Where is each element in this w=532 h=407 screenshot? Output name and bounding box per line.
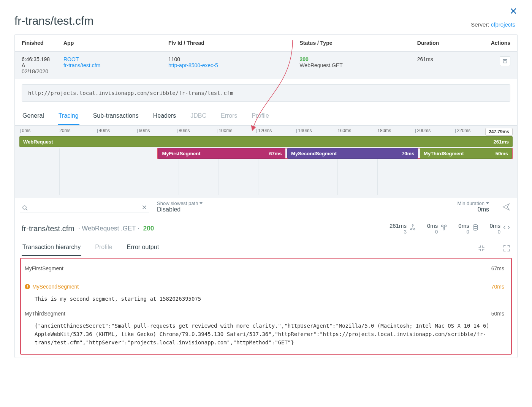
sub-tabs: Transaction hierarchy Profile Error outp… <box>15 236 517 256</box>
tick-end: 247.79ms <box>485 128 513 136</box>
tick-0: 0ms <box>22 128 30 133</box>
svg-point-4 <box>413 229 415 230</box>
summary-meta: · WebRequest .GET · <box>78 225 139 232</box>
col-finished: Finished <box>15 35 57 52</box>
status-code: 200 <box>299 56 403 62</box>
stat-api: 0ms0 <box>427 223 448 235</box>
tick-160: 160ms <box>337 128 351 133</box>
bar-segment-2[interactable]: MySecondSegment70ms <box>287 148 418 159</box>
svg-rect-0 <box>503 59 507 63</box>
tick-200: 200ms <box>417 128 431 133</box>
summary-title: fr-trans/test.cfm <box>22 224 74 233</box>
search-input[interactable] <box>20 202 149 213</box>
cluster-icon <box>440 224 448 231</box>
search-icon <box>22 205 28 211</box>
app-name-link[interactable]: ROOT <box>63 56 79 62</box>
svg-point-3 <box>410 229 412 230</box>
hierarchy-row[interactable]: MyFirstSegment 67ms <box>25 265 504 271</box>
chevron-down-icon <box>200 202 203 204</box>
send-icon[interactable] <box>502 203 510 211</box>
main-tabs: General Tracing Sub-transactions Headers… <box>15 109 517 125</box>
tick-80: 80ms <box>179 128 190 133</box>
subtab-profile: Profile <box>94 241 113 256</box>
warning-icon: ! <box>25 284 30 289</box>
tick-140: 140ms <box>298 128 312 133</box>
subtab-hierarchy[interactable]: Transaction hierarchy <box>22 241 81 256</box>
col-app: App <box>57 35 162 52</box>
overview-table: Finished App Flv Id / Thread Status / Ty… <box>15 35 517 79</box>
filter-row: Show slowest path Disabled Min duration … <box>15 198 517 216</box>
save-icon <box>502 58 508 64</box>
subtab-error-output[interactable]: Error output <box>126 241 160 256</box>
tick-180: 180ms <box>377 128 391 133</box>
segment-body: {"ancientChineseSecret":"Small pull-requ… <box>35 322 504 347</box>
slowest-path-filter[interactable]: Show slowest path Disabled <box>157 200 203 213</box>
col-duration: Duration <box>410 35 484 52</box>
tab-subtransactions[interactable]: Sub-transactions <box>92 109 139 125</box>
page-title: fr-trans/test.cfm <box>14 14 518 27</box>
tick-120: 120ms <box>258 128 272 133</box>
svg-point-8 <box>473 225 478 227</box>
tick-40: 40ms <box>99 128 110 133</box>
segment-highlight-box: MyFirstSegment67ms MySecondSegment70ms M… <box>157 148 513 159</box>
col-status: Status / Type <box>293 35 410 52</box>
hierarchy-row[interactable]: !MySecondSegment 70ms <box>25 284 504 290</box>
summary-status: 200 <box>143 225 154 232</box>
tree-icon <box>409 224 416 231</box>
bar-segment-3[interactable]: MyThirdSegment50ms <box>420 148 512 159</box>
action-button[interactable] <box>500 56 510 66</box>
table-row: 6:46:35.198 A 02/18/2020 ROOT fr-trans/t… <box>15 52 517 79</box>
flv-id: 1100 <box>168 56 286 62</box>
min-duration-filter[interactable]: Min duration 0ms <box>457 200 489 213</box>
timeline: 0ms 20ms 40ms 60ms 80ms 100ms 120ms 140m… <box>15 125 517 198</box>
tab-errors: Errors <box>220 109 238 125</box>
tick-220: 220ms <box>457 128 470 133</box>
close-icon[interactable] <box>509 7 518 15</box>
collapse-icon[interactable] <box>478 245 485 252</box>
segment-body: This is my second segment, starting at 1… <box>35 295 504 303</box>
stat-time: 261ms3 <box>390 223 416 235</box>
hierarchy-row[interactable]: MyThirdSegment 50ms <box>25 311 504 317</box>
server-label: Server: cfprojects <box>471 21 515 28</box>
tick-100: 100ms <box>218 128 232 133</box>
server-link[interactable]: cfprojects <box>491 21 515 28</box>
app-path-link[interactable]: fr-trans/test.cfm <box>63 62 100 68</box>
finished-time: 6:46:35.198 A <box>22 56 50 68</box>
bar-segment-1[interactable]: MyFirstSegment67ms <box>158 148 285 159</box>
code-icon <box>503 224 510 231</box>
duration-cell: 261ms <box>410 52 484 79</box>
bar-webrequest[interactable]: WebRequest 261ms <box>19 136 513 147</box>
finished-date: 02/18/2020 <box>22 68 50 74</box>
stat-db: 0ms0 <box>458 223 479 235</box>
stat-ext: 0ms0 <box>490 223 510 235</box>
search-box <box>20 202 149 213</box>
col-flvid: Flv Id / Thread <box>162 35 293 52</box>
svg-point-7 <box>443 228 445 230</box>
clear-icon[interactable] <box>141 204 148 211</box>
tab-jdbc: JDBC <box>190 109 207 125</box>
tab-general[interactable]: General <box>22 109 45 125</box>
tick-20: 20ms <box>59 128 70 133</box>
expand-icon[interactable] <box>503 245 510 252</box>
tab-headers[interactable]: Headers <box>152 109 177 125</box>
hierarchy-panel: MyFirstSegment 67ms !MySecondSegment 70m… <box>20 258 512 355</box>
thread-link[interactable]: http-apr-8500-exec-5 <box>168 62 218 68</box>
request-type: WebRequest.GET <box>299 62 403 68</box>
svg-point-1 <box>23 206 26 209</box>
url-bar: http://projects.local.invisionapp.com/sc… <box>22 84 510 102</box>
svg-point-2 <box>412 225 413 226</box>
overview-panel: Finished App Flv Id / Thread Status / Ty… <box>14 34 518 358</box>
col-actions: Actions <box>484 35 517 52</box>
database-icon <box>472 224 479 231</box>
tab-tracing[interactable]: Tracing <box>58 109 79 125</box>
transaction-summary: fr-trans/test.cfm · WebRequest .GET · 20… <box>15 216 517 236</box>
chevron-down-icon <box>486 202 489 204</box>
tab-profile: Profile <box>251 109 270 125</box>
tick-60: 60ms <box>139 128 150 133</box>
